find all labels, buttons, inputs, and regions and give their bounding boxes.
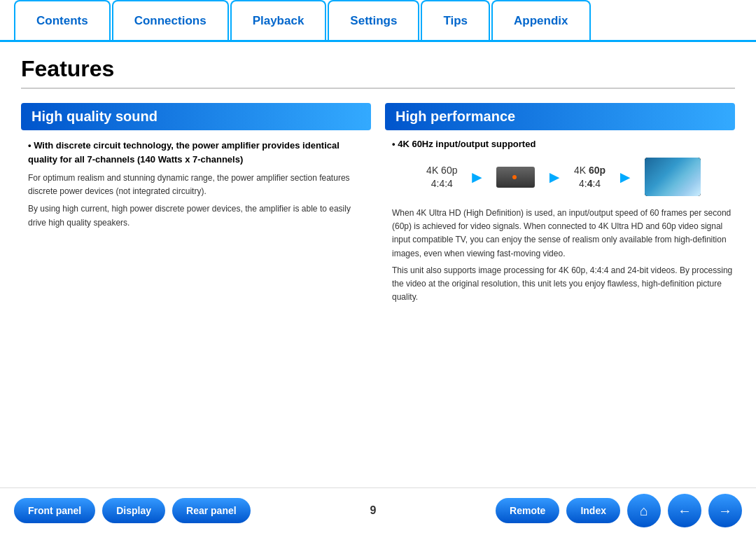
nav-tab-tips[interactable]: Tips [421,0,490,40]
output-label-text: 4K 60p4:4:4 [574,164,606,189]
nav-tab-contents[interactable]: Contents [14,0,111,40]
right-desc1: When 4K Ultra HD (High Definition) is us… [385,207,735,261]
right-desc2: This unit also supports image processing… [385,264,735,305]
page-number: 9 [258,504,489,517]
back-button[interactable]: ← [668,494,701,527]
right-section-header: High performance [385,103,735,130]
left-body2: By using high current, high power discre… [21,202,371,229]
right-bullet-bold: 4K 60Hz input/output supported [385,139,735,149]
input-label: 4K 60p 4:4:4 [426,164,457,189]
rear-panel-button[interactable]: Rear panel [172,498,251,523]
remote-button[interactable]: Remote [496,498,559,523]
left-column: High quality sound With discrete circuit… [21,103,371,304]
nav-tab-playback[interactable]: Playback [230,0,327,40]
tv-image [645,158,701,196]
nav-tab-connections[interactable]: Connections [112,0,229,40]
page-title: Features [21,56,735,89]
front-panel-button[interactable]: Front panel [14,498,95,523]
amp-image [496,167,535,188]
main-content: Features High quality sound With discret… [0,42,756,332]
4k-diagram: 4K 60p 4:4:4 ► ► 4K 60p4:4:4 ► [385,158,735,196]
forward-button[interactable]: → [708,494,742,527]
bottom-bar: Front panel Display Rear panel 9 Remote … [0,487,756,533]
arrow-right-2: ► [546,167,563,187]
index-button[interactable]: Index [566,498,620,523]
arrow-right-3: ► [617,167,634,187]
top-navigation: Contents Connections Playback Settings T… [0,0,756,42]
nav-tab-appendix[interactable]: Appendix [491,0,590,40]
left-body1: For optimum realism and stunning dynamic… [21,172,371,198]
output-label: 4K 60p4:4:4 [574,164,606,189]
left-section-header: High quality sound [21,103,371,130]
two-column-layout: High quality sound With discrete circuit… [21,103,735,304]
nav-tab-settings[interactable]: Settings [328,0,419,40]
right-column: High performance 4K 60Hz input/output su… [385,103,735,304]
home-button[interactable]: ⌂ [627,494,661,527]
arrow-right-1: ► [468,167,485,187]
left-bullet-bold: With discrete circuit technology, the po… [21,139,371,166]
input-label-text: 4K 60p 4:4:4 [426,164,457,189]
display-button[interactable]: Display [102,498,165,523]
